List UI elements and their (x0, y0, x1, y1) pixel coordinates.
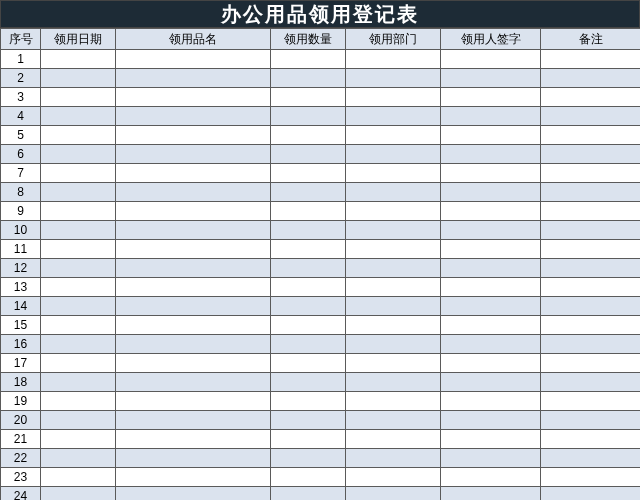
cell-date (41, 107, 116, 126)
table-row: 5 (1, 126, 641, 145)
header-seq: 序号 (1, 29, 41, 50)
cell-note (541, 50, 641, 69)
cell-sign (441, 145, 541, 164)
cell-note (541, 126, 641, 145)
cell-date (41, 335, 116, 354)
cell-sign (441, 392, 541, 411)
cell-qty (271, 411, 346, 430)
page-title: 办公用品领用登记表 (221, 1, 419, 28)
cell-seq: 11 (1, 240, 41, 259)
cell-name (116, 164, 271, 183)
cell-note (541, 183, 641, 202)
cell-dept (346, 107, 441, 126)
cell-seq: 12 (1, 259, 41, 278)
cell-sign (441, 107, 541, 126)
cell-note (541, 316, 641, 335)
cell-date (41, 164, 116, 183)
cell-seq: 9 (1, 202, 41, 221)
cell-dept (346, 240, 441, 259)
cell-seq: 10 (1, 221, 41, 240)
cell-date (41, 411, 116, 430)
cell-sign (441, 50, 541, 69)
table-row: 1 (1, 50, 641, 69)
cell-name (116, 392, 271, 411)
header-sign: 领用人签字 (441, 29, 541, 50)
cell-note (541, 430, 641, 449)
cell-seq: 3 (1, 88, 41, 107)
table-row: 3 (1, 88, 641, 107)
cell-sign (441, 487, 541, 501)
cell-dept (346, 449, 441, 468)
cell-qty (271, 316, 346, 335)
cell-note (541, 392, 641, 411)
cell-date (41, 50, 116, 69)
cell-name (116, 411, 271, 430)
cell-name (116, 468, 271, 487)
cell-date (41, 297, 116, 316)
cell-seq: 14 (1, 297, 41, 316)
cell-note (541, 373, 641, 392)
cell-seq: 8 (1, 183, 41, 202)
cell-dept (346, 373, 441, 392)
cell-seq: 4 (1, 107, 41, 126)
cell-qty (271, 69, 346, 88)
cell-dept (346, 69, 441, 88)
cell-seq: 5 (1, 126, 41, 145)
cell-dept (346, 50, 441, 69)
table-row: 4 (1, 107, 641, 126)
cell-dept (346, 278, 441, 297)
cell-qty (271, 430, 346, 449)
cell-dept (346, 430, 441, 449)
table-row: 14 (1, 297, 641, 316)
cell-dept (346, 164, 441, 183)
table-row: 12 (1, 259, 641, 278)
cell-dept (346, 392, 441, 411)
cell-seq: 7 (1, 164, 41, 183)
table-row: 22 (1, 449, 641, 468)
cell-name (116, 259, 271, 278)
table-row: 10 (1, 221, 641, 240)
cell-sign (441, 278, 541, 297)
cell-date (41, 373, 116, 392)
cell-seq: 24 (1, 487, 41, 501)
cell-note (541, 487, 641, 501)
cell-seq: 13 (1, 278, 41, 297)
table-header-row: 序号 领用日期 领用品名 领用数量 领用部门 领用人签字 备注 (1, 29, 641, 50)
table-row: 2 (1, 69, 641, 88)
cell-qty (271, 335, 346, 354)
cell-date (41, 430, 116, 449)
cell-date (41, 316, 116, 335)
table-row: 24 (1, 487, 641, 501)
table-row: 19 (1, 392, 641, 411)
cell-qty (271, 126, 346, 145)
cell-name (116, 335, 271, 354)
cell-note (541, 107, 641, 126)
cell-date (41, 354, 116, 373)
cell-note (541, 202, 641, 221)
table-body: 1234567891011121314151617181920212223242… (1, 50, 641, 501)
cell-name (116, 487, 271, 501)
cell-dept (346, 468, 441, 487)
cell-note (541, 240, 641, 259)
table-row: 20 (1, 411, 641, 430)
cell-sign (441, 468, 541, 487)
cell-name (116, 297, 271, 316)
cell-sign (441, 69, 541, 88)
header-note: 备注 (541, 29, 641, 50)
header-date: 领用日期 (41, 29, 116, 50)
cell-seq: 18 (1, 373, 41, 392)
cell-name (116, 449, 271, 468)
cell-date (41, 259, 116, 278)
cell-sign (441, 221, 541, 240)
cell-sign (441, 411, 541, 430)
cell-qty (271, 449, 346, 468)
cell-note (541, 164, 641, 183)
cell-qty (271, 259, 346, 278)
cell-qty (271, 88, 346, 107)
cell-date (41, 392, 116, 411)
header-qty: 领用数量 (271, 29, 346, 50)
cell-name (116, 354, 271, 373)
cell-sign (441, 297, 541, 316)
cell-dept (346, 221, 441, 240)
cell-date (41, 88, 116, 107)
